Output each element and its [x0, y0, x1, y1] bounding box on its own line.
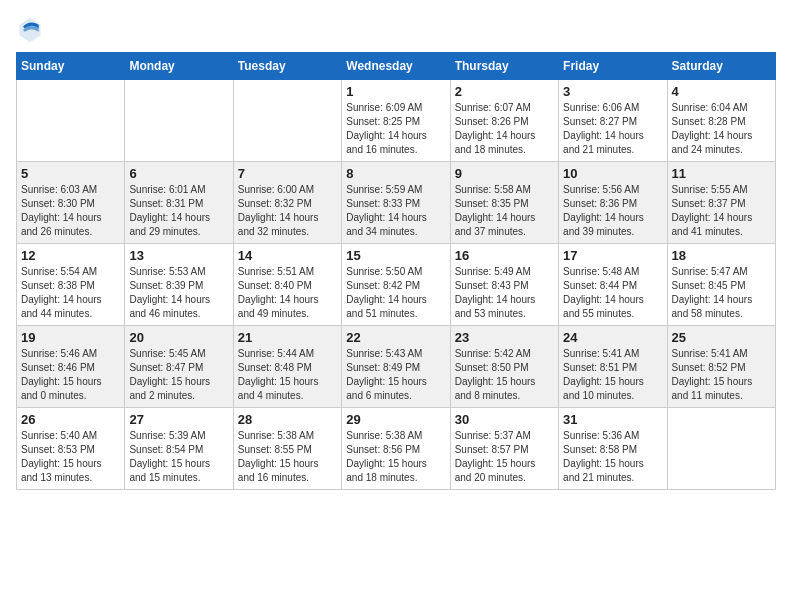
calendar-day-cell: 11Sunrise: 5:55 AMSunset: 8:37 PMDayligh…: [667, 162, 775, 244]
day-info: Sunrise: 6:07 AMSunset: 8:26 PMDaylight:…: [455, 101, 554, 157]
calendar-day-cell: 12Sunrise: 5:54 AMSunset: 8:38 PMDayligh…: [17, 244, 125, 326]
calendar-week-row: 26Sunrise: 5:40 AMSunset: 8:53 PMDayligh…: [17, 408, 776, 490]
weekday-header-sunday: Sunday: [17, 53, 125, 80]
day-info: Sunrise: 5:38 AMSunset: 8:55 PMDaylight:…: [238, 429, 337, 485]
calendar-day-cell: 1Sunrise: 6:09 AMSunset: 8:25 PMDaylight…: [342, 80, 450, 162]
calendar-day-cell: [17, 80, 125, 162]
day-number: 6: [129, 166, 228, 181]
day-info: Sunrise: 5:58 AMSunset: 8:35 PMDaylight:…: [455, 183, 554, 239]
day-number: 17: [563, 248, 662, 263]
calendar-day-cell: 24Sunrise: 5:41 AMSunset: 8:51 PMDayligh…: [559, 326, 667, 408]
day-number: 13: [129, 248, 228, 263]
day-number: 28: [238, 412, 337, 427]
weekday-header-tuesday: Tuesday: [233, 53, 341, 80]
day-info: Sunrise: 5:37 AMSunset: 8:57 PMDaylight:…: [455, 429, 554, 485]
day-info: Sunrise: 5:55 AMSunset: 8:37 PMDaylight:…: [672, 183, 771, 239]
calendar-day-cell: 22Sunrise: 5:43 AMSunset: 8:49 PMDayligh…: [342, 326, 450, 408]
day-number: 29: [346, 412, 445, 427]
day-number: 5: [21, 166, 120, 181]
day-number: 19: [21, 330, 120, 345]
day-number: 21: [238, 330, 337, 345]
day-number: 2: [455, 84, 554, 99]
day-number: 27: [129, 412, 228, 427]
day-info: Sunrise: 5:45 AMSunset: 8:47 PMDaylight:…: [129, 347, 228, 403]
logo: [16, 16, 48, 44]
day-info: Sunrise: 5:41 AMSunset: 8:51 PMDaylight:…: [563, 347, 662, 403]
day-info: Sunrise: 5:50 AMSunset: 8:42 PMDaylight:…: [346, 265, 445, 321]
day-number: 25: [672, 330, 771, 345]
weekday-header-thursday: Thursday: [450, 53, 558, 80]
day-number: 22: [346, 330, 445, 345]
day-number: 1: [346, 84, 445, 99]
day-info: Sunrise: 6:04 AMSunset: 8:28 PMDaylight:…: [672, 101, 771, 157]
calendar-day-cell: 9Sunrise: 5:58 AMSunset: 8:35 PMDaylight…: [450, 162, 558, 244]
calendar-week-row: 19Sunrise: 5:46 AMSunset: 8:46 PMDayligh…: [17, 326, 776, 408]
weekday-header-monday: Monday: [125, 53, 233, 80]
calendar-day-cell: 7Sunrise: 6:00 AMSunset: 8:32 PMDaylight…: [233, 162, 341, 244]
calendar-day-cell: 4Sunrise: 6:04 AMSunset: 8:28 PMDaylight…: [667, 80, 775, 162]
day-info: Sunrise: 6:00 AMSunset: 8:32 PMDaylight:…: [238, 183, 337, 239]
day-number: 9: [455, 166, 554, 181]
calendar-day-cell: 19Sunrise: 5:46 AMSunset: 8:46 PMDayligh…: [17, 326, 125, 408]
day-info: Sunrise: 5:44 AMSunset: 8:48 PMDaylight:…: [238, 347, 337, 403]
calendar-day-cell: 26Sunrise: 5:40 AMSunset: 8:53 PMDayligh…: [17, 408, 125, 490]
calendar-day-cell: 23Sunrise: 5:42 AMSunset: 8:50 PMDayligh…: [450, 326, 558, 408]
day-info: Sunrise: 5:43 AMSunset: 8:49 PMDaylight:…: [346, 347, 445, 403]
weekday-header-row: SundayMondayTuesdayWednesdayThursdayFrid…: [17, 53, 776, 80]
calendar-day-cell: 18Sunrise: 5:47 AMSunset: 8:45 PMDayligh…: [667, 244, 775, 326]
day-number: 18: [672, 248, 771, 263]
page-header: [16, 16, 776, 44]
logo-icon: [16, 16, 44, 44]
day-info: Sunrise: 5:48 AMSunset: 8:44 PMDaylight:…: [563, 265, 662, 321]
calendar-day-cell: 8Sunrise: 5:59 AMSunset: 8:33 PMDaylight…: [342, 162, 450, 244]
weekday-header-saturday: Saturday: [667, 53, 775, 80]
calendar-day-cell: 25Sunrise: 5:41 AMSunset: 8:52 PMDayligh…: [667, 326, 775, 408]
calendar-day-cell: 15Sunrise: 5:50 AMSunset: 8:42 PMDayligh…: [342, 244, 450, 326]
day-info: Sunrise: 5:49 AMSunset: 8:43 PMDaylight:…: [455, 265, 554, 321]
day-number: 12: [21, 248, 120, 263]
calendar-day-cell: 28Sunrise: 5:38 AMSunset: 8:55 PMDayligh…: [233, 408, 341, 490]
calendar-day-cell: 13Sunrise: 5:53 AMSunset: 8:39 PMDayligh…: [125, 244, 233, 326]
calendar-day-cell: 29Sunrise: 5:38 AMSunset: 8:56 PMDayligh…: [342, 408, 450, 490]
day-info: Sunrise: 5:41 AMSunset: 8:52 PMDaylight:…: [672, 347, 771, 403]
day-number: 24: [563, 330, 662, 345]
day-number: 26: [21, 412, 120, 427]
day-info: Sunrise: 5:46 AMSunset: 8:46 PMDaylight:…: [21, 347, 120, 403]
calendar-day-cell: 30Sunrise: 5:37 AMSunset: 8:57 PMDayligh…: [450, 408, 558, 490]
calendar-day-cell: 27Sunrise: 5:39 AMSunset: 8:54 PMDayligh…: [125, 408, 233, 490]
day-number: 20: [129, 330, 228, 345]
day-number: 15: [346, 248, 445, 263]
weekday-header-friday: Friday: [559, 53, 667, 80]
day-info: Sunrise: 6:06 AMSunset: 8:27 PMDaylight:…: [563, 101, 662, 157]
day-info: Sunrise: 5:53 AMSunset: 8:39 PMDaylight:…: [129, 265, 228, 321]
weekday-header-wednesday: Wednesday: [342, 53, 450, 80]
calendar-day-cell: 31Sunrise: 5:36 AMSunset: 8:58 PMDayligh…: [559, 408, 667, 490]
calendar-week-row: 5Sunrise: 6:03 AMSunset: 8:30 PMDaylight…: [17, 162, 776, 244]
day-number: 4: [672, 84, 771, 99]
calendar-day-cell: 17Sunrise: 5:48 AMSunset: 8:44 PMDayligh…: [559, 244, 667, 326]
calendar-day-cell: 3Sunrise: 6:06 AMSunset: 8:27 PMDaylight…: [559, 80, 667, 162]
day-info: Sunrise: 5:56 AMSunset: 8:36 PMDaylight:…: [563, 183, 662, 239]
day-info: Sunrise: 5:40 AMSunset: 8:53 PMDaylight:…: [21, 429, 120, 485]
day-number: 8: [346, 166, 445, 181]
day-number: 16: [455, 248, 554, 263]
calendar-week-row: 12Sunrise: 5:54 AMSunset: 8:38 PMDayligh…: [17, 244, 776, 326]
calendar-day-cell: 14Sunrise: 5:51 AMSunset: 8:40 PMDayligh…: [233, 244, 341, 326]
calendar-table: SundayMondayTuesdayWednesdayThursdayFrid…: [16, 52, 776, 490]
calendar-day-cell: [233, 80, 341, 162]
day-info: Sunrise: 5:36 AMSunset: 8:58 PMDaylight:…: [563, 429, 662, 485]
calendar-day-cell: [667, 408, 775, 490]
day-info: Sunrise: 5:39 AMSunset: 8:54 PMDaylight:…: [129, 429, 228, 485]
day-info: Sunrise: 5:59 AMSunset: 8:33 PMDaylight:…: [346, 183, 445, 239]
day-number: 3: [563, 84, 662, 99]
day-number: 31: [563, 412, 662, 427]
calendar-day-cell: 6Sunrise: 6:01 AMSunset: 8:31 PMDaylight…: [125, 162, 233, 244]
calendar-day-cell: 16Sunrise: 5:49 AMSunset: 8:43 PMDayligh…: [450, 244, 558, 326]
day-info: Sunrise: 5:38 AMSunset: 8:56 PMDaylight:…: [346, 429, 445, 485]
calendar-day-cell: 20Sunrise: 5:45 AMSunset: 8:47 PMDayligh…: [125, 326, 233, 408]
day-info: Sunrise: 6:03 AMSunset: 8:30 PMDaylight:…: [21, 183, 120, 239]
calendar-day-cell: [125, 80, 233, 162]
day-info: Sunrise: 6:09 AMSunset: 8:25 PMDaylight:…: [346, 101, 445, 157]
day-number: 10: [563, 166, 662, 181]
calendar-week-row: 1Sunrise: 6:09 AMSunset: 8:25 PMDaylight…: [17, 80, 776, 162]
